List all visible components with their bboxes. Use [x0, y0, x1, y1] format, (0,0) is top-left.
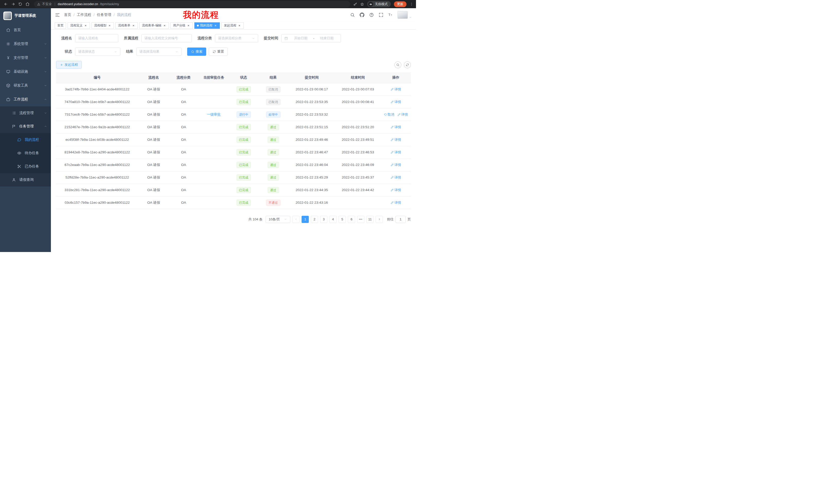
cell-name: OA 请假 — [138, 83, 169, 95]
reload-icon[interactable] — [17, 1, 24, 7]
detail-link[interactable]: 详情 — [391, 125, 401, 130]
close-icon[interactable]: × — [238, 24, 241, 27]
page-button-4[interactable]: 4 — [329, 216, 337, 223]
sidebar-item-workflow[interactable]: 工作流程 — [0, 92, 51, 106]
detail-link[interactable]: 详情 — [391, 87, 401, 92]
filter-result: 结果 请选择流结果 — [126, 48, 182, 56]
edit-icon — [391, 201, 394, 204]
tab-发起流程[interactable]: 发起流程× — [222, 22, 244, 29]
app-logo-row[interactable]: 芋道管理系统 — [0, 8, 51, 23]
tab-首页[interactable]: 首页 — [55, 22, 66, 29]
tab-用户分组[interactable]: 用户分组× — [171, 22, 193, 29]
reset-button[interactable]: 重置 — [209, 48, 228, 56]
search-button[interactable]: 搜索 — [187, 48, 206, 56]
cell-current-task — [198, 196, 229, 209]
sidebar-item-infra[interactable]: 基础设施 — [0, 65, 51, 79]
breadcrumb-item[interactable]: 任务管理 — [97, 12, 111, 17]
next-page-button[interactable] — [375, 216, 383, 223]
process-definition-input[interactable]: 请输入流程定义的编号 — [141, 34, 192, 43]
prev-page-button[interactable] — [292, 216, 300, 223]
sidebar-toggle-icon[interactable] — [55, 12, 60, 18]
result-select[interactable]: 请选择流结果 — [136, 48, 182, 56]
undo-icon — [384, 113, 387, 116]
page-button-11[interactable]: 11 — [366, 216, 373, 223]
breadcrumb-item[interactable]: 工作流程 — [77, 12, 91, 17]
sidebar-item-devtools[interactable]: 研发工具 — [0, 79, 51, 92]
current-task-link[interactable]: 一级审批 — [207, 113, 221, 116]
close-icon[interactable]: × — [187, 24, 190, 27]
tab-我的流程[interactable]: 我的流程× — [194, 22, 220, 29]
detail-link[interactable]: 详情 — [397, 112, 408, 117]
tab-流程定义[interactable]: 流程定义× — [68, 22, 90, 29]
font-size-icon[interactable]: TT — [388, 12, 393, 17]
process-name-input[interactable]: 请输入流程名 — [75, 34, 118, 43]
cell-result: 通过 — [258, 133, 288, 146]
home-icon[interactable] — [24, 1, 31, 7]
sidebar-item-done-task[interactable]: 已办任务 — [0, 160, 51, 173]
detail-link[interactable]: 详情 — [391, 188, 401, 192]
sidebar-item-process-mgmt[interactable]: 流程管理 — [0, 106, 51, 120]
close-icon[interactable]: × — [108, 24, 111, 27]
filter-category: 流程分类 请选择流程分类 — [198, 34, 258, 43]
page-button-2[interactable]: 2 — [311, 216, 318, 223]
help-icon[interactable] — [369, 12, 374, 17]
yen-icon — [6, 56, 10, 60]
create-process-button[interactable]: 发起流程 — [56, 61, 82, 68]
page-size-select[interactable]: 10条/页 — [266, 216, 290, 223]
close-icon[interactable]: × — [214, 24, 217, 27]
goto-page-input[interactable]: 1 — [395, 216, 406, 223]
sidebar-item-task-mgmt[interactable]: 任务管理 — [0, 120, 51, 133]
chevron-down-icon — [284, 218, 287, 221]
filter-row-2: 状态 请选择状态 结果 请选择流结果 搜索 — [56, 48, 411, 56]
refresh-table-button[interactable] — [404, 61, 411, 68]
browser-update-button[interactable]: 更新 — [394, 1, 407, 7]
detail-link[interactable]: 详情 — [391, 137, 401, 142]
bookmark-star-icon[interactable] — [360, 2, 364, 6]
toggle-search-button[interactable] — [394, 61, 401, 68]
page-button-1[interactable]: 1 — [302, 216, 309, 223]
search-icon — [191, 50, 194, 53]
user-menu[interactable] — [397, 11, 412, 19]
status-select[interactable]: 请选择状态 — [75, 48, 120, 56]
close-icon[interactable]: × — [84, 24, 87, 27]
page-button-6[interactable]: 6 — [348, 216, 355, 223]
breadcrumb-item[interactable]: 首页 — [64, 12, 71, 17]
tab-流程模型[interactable]: 流程模型× — [92, 22, 114, 29]
sidebar-item-payment[interactable]: 支付管理 — [0, 51, 51, 65]
sidebar-item-todo-task[interactable]: 待办任务 — [0, 146, 51, 160]
list-icon — [11, 111, 16, 115]
page-button-3[interactable]: 3 — [320, 216, 327, 223]
forward-icon[interactable] — [10, 1, 17, 7]
close-icon[interactable]: × — [132, 24, 135, 27]
back-icon[interactable] — [3, 1, 9, 7]
detail-link[interactable]: 详情 — [391, 150, 401, 155]
search-icon[interactable] — [350, 12, 355, 17]
browser-menu-icon[interactable] — [410, 2, 413, 6]
github-icon[interactable] — [360, 12, 364, 17]
detail-link[interactable]: 详情 — [391, 200, 401, 205]
table-toolbar: 发起流程 — [56, 61, 411, 68]
submit-time-range-picker[interactable]: 开始日期 - 结束日期 — [281, 34, 341, 43]
detail-link[interactable]: 详情 — [391, 175, 401, 180]
detail-link[interactable]: 详情 — [391, 163, 401, 167]
cell-category: OA — [169, 171, 198, 184]
page-button-5[interactable]: 5 — [339, 216, 346, 223]
status-tag: 已完成 — [237, 86, 251, 92]
close-icon[interactable]: × — [163, 24, 166, 27]
sidebar-item-home[interactable]: 首页 — [0, 23, 51, 37]
sidebar-item-system[interactable]: 系统管理 — [0, 37, 51, 51]
sidebar-item-my-process[interactable]: 我的流程 — [0, 133, 51, 146]
fullscreen-icon[interactable] — [379, 12, 383, 17]
filter-submit-time: 提交时间 开始日期 - 结束日期 — [264, 34, 341, 43]
key-icon[interactable] — [353, 2, 357, 6]
status-tag: 通过 — [268, 187, 279, 193]
address-bar[interactable]: 不安全 dashboard.yudao.iocoder.cn/bpm/task/… — [34, 1, 350, 7]
detail-link[interactable]: 详情 — [391, 100, 401, 104]
cancel-link[interactable]: 取消 — [384, 112, 394, 117]
category-select[interactable]: 请选择流程分类 — [215, 34, 258, 43]
sidebar-item-leave-query[interactable]: 请假查询 — [0, 173, 51, 187]
tab-流程表单[interactable]: 流程表单× — [115, 22, 138, 29]
tab-流程表单-编辑[interactable]: 流程表单-编辑× — [139, 22, 169, 29]
more-pages-button[interactable]: ••• — [357, 216, 364, 223]
status-tag: 已完成 — [237, 187, 251, 193]
